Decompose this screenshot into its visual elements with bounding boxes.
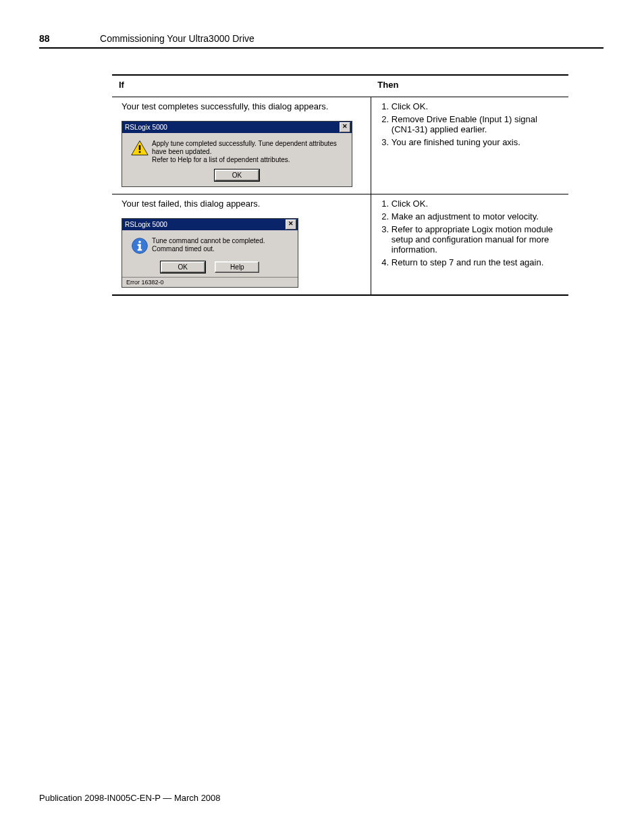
close-icon[interactable]: ✕ [286, 219, 296, 230]
if-cell: Your test failed, this dialog appears. R… [112, 194, 371, 296]
dialog-message: Tune command cannot be completed. Comman… [152, 237, 292, 255]
ok-button[interactable]: OK [215, 170, 259, 181]
dialog-message-line: Apply tune completed successfully. Tune … [152, 140, 337, 155]
dialog-title: RSLogix 5000 [125, 221, 167, 228]
chapter-title: Commissioning Your Ultra3000 Drive [100, 33, 254, 44]
then-steps-list: Click OK. Make an adjustment to motor ve… [381, 199, 562, 267]
if-then-table: If Then Your test completes successfully… [112, 74, 568, 296]
dialog-message-line: Command timed out. [152, 245, 215, 253]
dialog-title: RSLogix 5000 [125, 124, 167, 131]
list-item: Click OK. [392, 101, 562, 111]
dialog-titlebar: RSLogix 5000 ✕ [122, 122, 352, 133]
list-item: You are finished tuning your axis. [392, 137, 562, 147]
column-header-then: Then [371, 75, 568, 97]
dialog-titlebar: RSLogix 5000 ✕ [122, 219, 298, 230]
svg-rect-2 [139, 151, 141, 153]
dialog-statusbar: Error 16382-0 [122, 277, 298, 287]
dialog-message: Apply tune completed successfully. Tune … [152, 140, 346, 164]
help-button[interactable]: Help [215, 261, 259, 273]
page-number: 88 [39, 33, 50, 44]
info-icon [128, 237, 152, 255]
if-intro-text: Your test completes successfully, this d… [122, 101, 364, 111]
dialog-message-line: Refer to Help for a list of dependent at… [152, 156, 290, 163]
dialog-body: Tune command cannot be completed. Comman… [122, 230, 298, 257]
list-item: Return to step 7 and run the test again. [392, 257, 562, 267]
dialog-button-row: OK [122, 167, 352, 186]
then-cell: Click OK. Make an adjustment to motor ve… [371, 194, 568, 296]
then-cell: Click OK. Remove Drive Enable (Input 1) … [371, 97, 568, 194]
list-item: Make an adjustment to motor velocity. [392, 211, 562, 221]
table-row: Your test failed, this dialog appears. R… [112, 194, 568, 296]
close-icon[interactable]: ✕ [340, 122, 350, 132]
then-steps-list: Click OK. Remove Drive Enable (Input 1) … [381, 101, 562, 147]
table-row: Your test completes successfully, this d… [112, 97, 568, 194]
dialog-body: Apply tune completed successfully. Tune … [122, 133, 352, 167]
dialog-fail: RSLogix 5000 ✕ [122, 218, 298, 288]
svg-rect-1 [139, 145, 141, 150]
if-cell: Your test completes successfully, this d… [112, 97, 371, 194]
svg-rect-7 [138, 244, 141, 246]
table-header-row: If Then [112, 75, 568, 97]
column-header-if: If [112, 75, 371, 97]
svg-point-4 [138, 241, 141, 244]
ok-button[interactable]: OK [161, 261, 205, 273]
dialog-success: RSLogix 5000 ✕ Apply [122, 121, 352, 187]
svg-rect-6 [138, 249, 142, 251]
list-item: Refer to appropriate Logix motion module… [392, 224, 562, 255]
page-header: 88 Commissioning Your Ultra3000 Drive [39, 32, 603, 49]
dialog-button-row: OK Help [122, 257, 298, 277]
publication-footer: Publication 2098-IN005C-EN-P — March 200… [39, 793, 221, 803]
warning-icon [128, 140, 152, 164]
dialog-message-line: Tune command cannot be completed. [152, 237, 265, 244]
list-item: Click OK. [392, 199, 562, 209]
list-item: Remove Drive Enable (Input 1) signal (CN… [392, 114, 562, 134]
if-intro-text: Your test failed, this dialog appears. [122, 199, 364, 209]
